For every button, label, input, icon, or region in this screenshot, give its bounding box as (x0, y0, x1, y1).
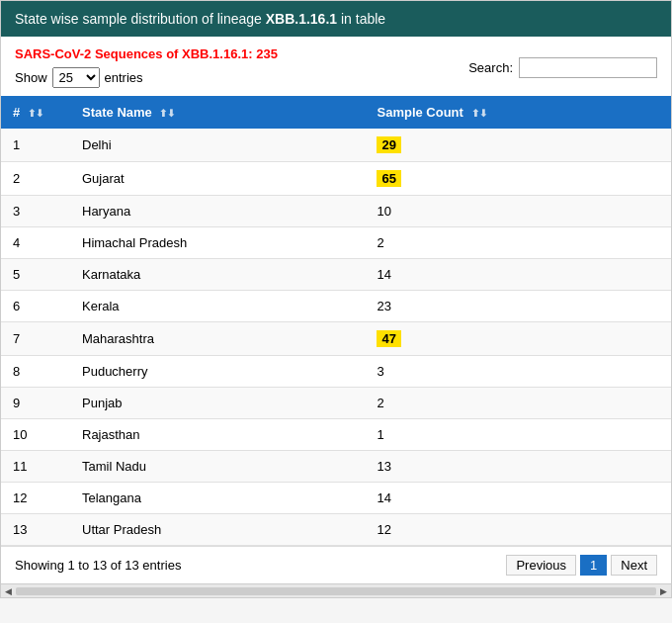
sort-icon-num: ⬆⬇ (28, 108, 43, 119)
header-title-prefix: State wise sample distribution of lineag… (15, 11, 266, 27)
cell-count: 29 (365, 129, 671, 162)
cell-num: 9 (1, 388, 70, 419)
cell-state: Punjab (70, 388, 365, 419)
cell-state: Rajasthan (70, 419, 365, 451)
cell-num: 1 (1, 129, 70, 162)
table-row: 8Puducherry3 (1, 356, 671, 388)
table-row: 4Himachal Pradesh2 (1, 227, 671, 259)
cell-num: 3 (1, 196, 70, 227)
cell-state: Haryana (70, 196, 365, 227)
table-header-row: # ⬆⬇ State Name ⬆⬇ Sample Count ⬆⬇ (1, 96, 671, 129)
table-row: 9Punjab2 (1, 388, 671, 419)
table-row: 7Maharashtra47 (1, 322, 671, 356)
header-title-suffix: in table (337, 11, 385, 27)
scroll-right-arrow[interactable]: ▶ (660, 586, 667, 596)
col-count[interactable]: Sample Count ⬆⬇ (365, 96, 671, 129)
main-container: State wise sample distribution of lineag… (0, 0, 672, 598)
cell-state: Puducherry (70, 356, 365, 388)
table-row: 3Haryana10 (1, 196, 671, 227)
table-row: 12Telangana14 (1, 483, 671, 514)
cell-num: 5 (1, 259, 70, 291)
table-body: 1Delhi292Gujarat653Haryana104Himachal Pr… (1, 129, 671, 546)
showing-text: Showing 1 to 13 of 13 entries (15, 558, 181, 573)
cell-count: 3 (365, 356, 671, 388)
search-label: Search: (468, 60, 513, 75)
cell-state: Himachal Pradesh (70, 227, 365, 259)
entries-label: entries (105, 70, 143, 85)
seq-info: SARS-CoV-2 Sequences of XBB.1.16.1: 235 (15, 46, 278, 61)
cell-num: 7 (1, 322, 70, 356)
col-state[interactable]: State Name ⬆⬇ (70, 96, 365, 129)
show-label: Show (15, 70, 47, 85)
count-badge: 65 (377, 170, 400, 187)
data-table: # ⬆⬇ State Name ⬆⬇ Sample Count ⬆⬇ 1Delh… (1, 96, 671, 546)
page-header: State wise sample distribution of lineag… (1, 1, 671, 37)
cell-state: Delhi (70, 129, 365, 162)
cell-num: 6 (1, 291, 70, 322)
table-footer: Showing 1 to 13 of 13 entries Previous 1… (1, 546, 671, 583)
cell-count: 14 (365, 483, 671, 514)
cell-state: Uttar Pradesh (70, 514, 365, 546)
cell-count: 65 (365, 162, 671, 196)
cell-num: 10 (1, 419, 70, 451)
sort-icon-state: ⬆⬇ (159, 108, 175, 119)
col-num[interactable]: # ⬆⬇ (1, 96, 70, 129)
cell-num: 8 (1, 356, 70, 388)
cell-num: 13 (1, 514, 70, 546)
current-page[interactable]: 1 (580, 555, 607, 576)
scroll-left-arrow[interactable]: ◀ (5, 586, 12, 596)
cell-state: Gujarat (70, 162, 365, 196)
cell-count: 1 (365, 419, 671, 451)
table-row: 6Kerala23 (1, 291, 671, 322)
next-button[interactable]: Next (611, 555, 657, 576)
prev-button[interactable]: Previous (506, 555, 576, 576)
table-row: 11Tamil Nadu13 (1, 451, 671, 483)
table-row: 2Gujarat65 (1, 162, 671, 196)
cell-state: Karnataka (70, 259, 365, 291)
cell-state: Maharashtra (70, 322, 365, 356)
table-row: 1Delhi29 (1, 129, 671, 162)
cell-state: Telangana (70, 483, 365, 514)
header-lineage: XBB.1.16.1 (266, 11, 337, 27)
cell-count: 2 (365, 227, 671, 259)
toolbar-right: Search: (468, 57, 657, 78)
cell-num: 4 (1, 227, 70, 259)
entries-select[interactable]: 25 50 100 (52, 67, 100, 88)
cell-count: 10 (365, 196, 671, 227)
cell-count: 14 (365, 259, 671, 291)
cell-state: Kerala (70, 291, 365, 322)
cell-count: 12 (365, 514, 671, 546)
count-badge: 29 (377, 136, 400, 153)
cell-count: 23 (365, 291, 671, 322)
toolbar: SARS-CoV-2 Sequences of XBB.1.16.1: 235 … (1, 37, 671, 96)
table-row: 13Uttar Pradesh12 (1, 514, 671, 546)
cell-num: 12 (1, 483, 70, 514)
sort-icon-count: ⬆⬇ (471, 108, 487, 119)
cell-num: 2 (1, 162, 70, 196)
cell-count: 2 (365, 388, 671, 419)
count-badge: 47 (377, 330, 400, 347)
show-entries: Show 25 50 100 entries (15, 67, 278, 88)
toolbar-left: SARS-CoV-2 Sequences of XBB.1.16.1: 235 … (15, 46, 278, 88)
scrollbar-track[interactable] (16, 587, 656, 595)
table-row: 10Rajasthan1 (1, 419, 671, 451)
search-input[interactable] (519, 57, 657, 78)
cell-state: Tamil Nadu (70, 451, 365, 483)
horizontal-scrollbar[interactable]: ◀ ▶ (1, 583, 671, 597)
table-row: 5Karnataka14 (1, 259, 671, 291)
cell-num: 11 (1, 451, 70, 483)
cell-count: 13 (365, 451, 671, 483)
pagination: Previous 1 Next (506, 555, 657, 576)
cell-count: 47 (365, 322, 671, 356)
